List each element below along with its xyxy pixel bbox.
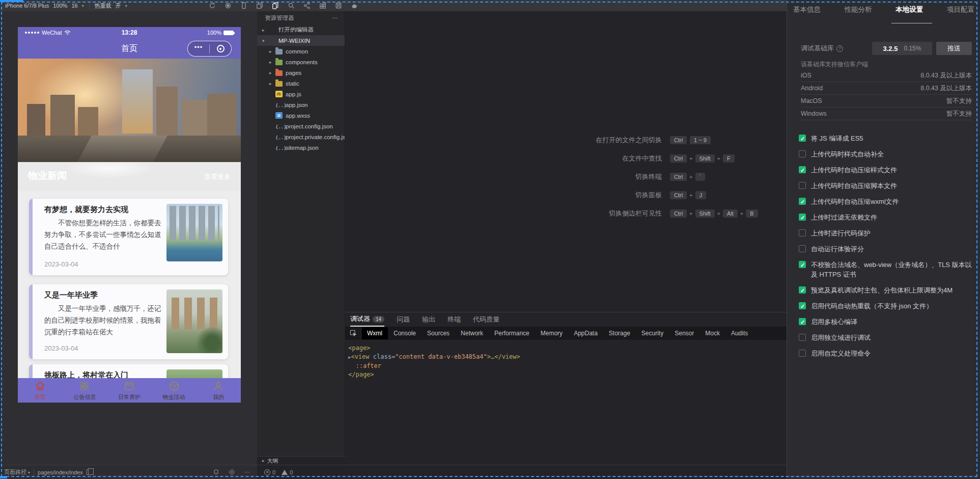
tree-item[interactable]: ▸ static <box>257 78 345 89</box>
capsule-menu[interactable]: ••• <box>187 41 232 57</box>
device-selector[interactable]: iPhone 6/7/8 Plus 100% 16 ▾ <box>0 3 89 9</box>
tab-home[interactable]: 首页 <box>18 378 63 403</box>
view-more-link[interactable]: 查看更多 <box>204 172 231 181</box>
checkbox-icon[interactable] <box>799 214 806 221</box>
setting-option[interactable]: 启用独立域进行调试 <box>799 333 974 342</box>
status-bar-problems[interactable]: ✕ 0 0 <box>257 465 787 479</box>
tab-daily-maintenance[interactable]: 日常养护 <box>107 378 152 403</box>
tree-item[interactable]: app.wxss <box>257 110 345 121</box>
settings-tab[interactable]: 本地设置 <box>895 5 923 18</box>
tree-item[interactable]: app.js <box>257 89 345 99</box>
setting-option[interactable]: 预览及真机调试时主包、分包体积上限调整为4M <box>799 285 974 295</box>
refresh-icon[interactable] <box>209 2 216 10</box>
tree-item[interactable]: sitemap.json <box>257 142 345 153</box>
library-version-select[interactable]: 3.2.5 0.15% <box>872 42 932 55</box>
device-preview-icon[interactable] <box>240 2 248 10</box>
tab-announcements[interactable]: 公告信息 <box>63 378 107 403</box>
search-icon[interactable] <box>288 2 295 10</box>
compile-mode-icon[interactable] <box>272 2 279 10</box>
tree-item[interactable]: ▸ common <box>257 46 345 57</box>
devtools-tab[interactable]: Memory <box>535 327 568 339</box>
setting-option[interactable]: 启用自定义处理命令 <box>799 349 974 358</box>
checkbox-icon[interactable] <box>799 166 806 173</box>
devtools-tab[interactable]: Network <box>455 327 489 339</box>
checkbox-icon[interactable] <box>799 302 806 309</box>
setting-option[interactable]: 启用多核心编译 <box>799 317 974 327</box>
debugger-tab[interactable]: 终端 <box>447 312 461 327</box>
notification-bell-icon[interactable] <box>213 469 219 475</box>
phone-preview[interactable]: WeChat 13:28 100% 首页 ••• <box>18 27 241 403</box>
help-icon[interactable]: ? <box>836 45 843 52</box>
checkbox-icon[interactable] <box>799 318 806 325</box>
settings-tab[interactable]: 项目配置 <box>947 5 974 18</box>
devtools-tab[interactable]: Sensor <box>669 327 699 339</box>
wxml-tree[interactable]: <page> ▶<view class="content data-v-eb34… <box>345 340 787 379</box>
setting-option[interactable]: 上传时进行代码保护 <box>799 228 974 238</box>
settings-tab[interactable]: 基本信息 <box>793 5 821 18</box>
devtools-tab[interactable]: Mock <box>699 327 725 339</box>
remote-debug-icon[interactable] <box>303 2 311 10</box>
exit-target-icon[interactable] <box>210 45 231 52</box>
multi-window-icon[interactable] <box>256 2 264 10</box>
setting-option[interactable]: 启用代码自动热重载（不支持 json 文件） <box>799 301 974 311</box>
inspect-element-icon[interactable] <box>345 327 361 340</box>
checkbox-icon[interactable] <box>799 150 806 157</box>
setting-option[interactable]: 将 JS 编译成 ES5 <box>799 134 974 143</box>
tree-item[interactable]: ▾ MP-WEIXIN <box>257 35 345 46</box>
tree-item[interactable]: app.json <box>257 99 345 110</box>
setting-option[interactable]: 上传代码时自动压缩wxml文件 <box>799 197 974 206</box>
page-path-selector[interactable]: 页面路径 ▾ <box>4 468 30 476</box>
more-menu-icon[interactable]: ••• <box>188 45 209 53</box>
devtools-tab[interactable]: Sources <box>422 327 455 339</box>
setting-option[interactable]: 自动运行体验评分 <box>799 244 974 254</box>
tree-item[interactable]: ▸ components <box>257 57 345 67</box>
hero-image[interactable] <box>18 59 241 162</box>
news-card[interactable]: 又是一年毕业季 又是一年毕业季，感慨万千，还记的自己刚进学校那时候的情景，我拖着… <box>29 284 228 359</box>
checkbox-icon[interactable] <box>799 286 806 294</box>
debugger-tab[interactable]: 输出 <box>422 312 435 327</box>
checkbox-icon[interactable] <box>799 182 806 189</box>
tree-item[interactable]: project.config.json <box>257 121 345 131</box>
devtools-tab[interactable]: Security <box>636 327 669 339</box>
push-button[interactable]: 推送 <box>936 42 972 55</box>
copy-path-icon[interactable] <box>87 469 91 475</box>
tab-property-activities[interactable]: 物业活动 <box>152 378 197 403</box>
setting-option[interactable]: 不校验合法域名、web-view（业务域名）、TLS 版本以及 HTTPS 证书 <box>799 260 974 279</box>
checkbox-icon[interactable] <box>799 245 806 252</box>
outline-section[interactable]: ▸ 大纲 <box>257 456 345 465</box>
debugger-tab[interactable]: 代码质量 <box>473 312 499 327</box>
checkbox-icon[interactable] <box>799 350 806 357</box>
tab-profile[interactable]: 我的 <box>196 378 241 403</box>
debugger-tab[interactable]: 问题 <box>397 312 410 327</box>
checkbox-icon[interactable] <box>799 229 806 236</box>
devtools-tab[interactable]: Audits <box>725 327 753 339</box>
setting-option[interactable]: 上传代码时样式自动补全 <box>799 149 974 159</box>
save-icon[interactable] <box>335 2 343 10</box>
more-menu-icon[interactable]: ⋯ <box>244 469 250 475</box>
setting-option[interactable]: 上传时过滤无依赖文件 <box>799 212 974 222</box>
settings-tab[interactable]: 性能分析 <box>845 5 872 18</box>
debugger-tab[interactable]: 调试器 14 <box>350 312 384 327</box>
tree-item[interactable]: ▸ 打开的编辑器 <box>257 24 345 35</box>
setting-option[interactable]: 上传代码时自动压缩脚本文件 <box>799 181 974 191</box>
devtools-tab[interactable]: Performance <box>489 327 535 339</box>
record-icon[interactable] <box>225 2 232 10</box>
tree-item[interactable]: project.private.config.js… <box>257 131 345 142</box>
devtools-tab[interactable]: AppData <box>568 327 603 339</box>
checkbox-icon[interactable] <box>799 135 806 142</box>
record-status-icon[interactable] <box>229 469 235 475</box>
setting-option-label: 将 JS 编译成 ES5 <box>811 134 863 143</box>
layout-grid-icon[interactable] <box>319 2 327 10</box>
tree-item[interactable]: ▸ pages <box>257 67 345 78</box>
checkbox-icon[interactable] <box>799 198 806 205</box>
news-card[interactable]: 有梦想，就要努力去实现 不管你想要怎样的生活，你都要去努力争取，不多尝试一些事情… <box>29 199 228 275</box>
devtools-tab[interactable]: Wxml <box>361 327 388 339</box>
checkbox-icon[interactable] <box>799 334 806 341</box>
more-menu-icon[interactable]: ⋯ <box>332 14 339 21</box>
hot-reload-toggle[interactable]: 热重载 开 ▾ <box>90 2 132 10</box>
devtools-tab[interactable]: Storage <box>603 327 636 339</box>
checkbox-icon[interactable] <box>799 261 806 268</box>
setting-option[interactable]: 上传代码时自动压缩样式文件 <box>799 165 974 175</box>
devtools-tab[interactable]: Console <box>388 327 422 339</box>
clear-cache-icon[interactable] <box>351 2 358 10</box>
